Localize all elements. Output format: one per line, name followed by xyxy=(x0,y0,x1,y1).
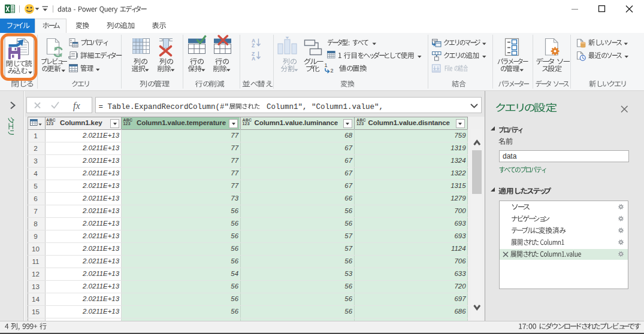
svg-text:A: A xyxy=(252,56,255,62)
svg-text:2: 2 xyxy=(331,68,334,74)
svg-text:1: 1 xyxy=(325,62,328,68)
svg-text:Z: Z xyxy=(252,42,255,48)
